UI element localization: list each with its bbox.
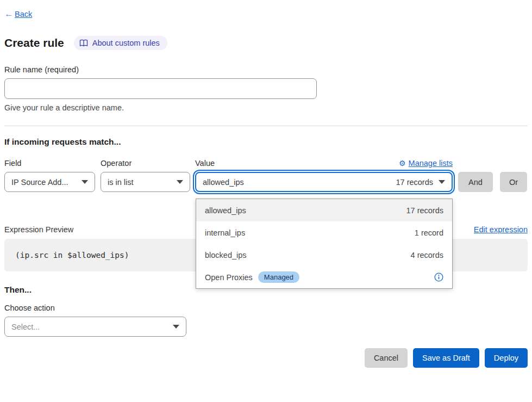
operator-select[interactable]: is in list <box>101 172 190 192</box>
back-link[interactable]: ← Back <box>4 9 528 20</box>
list-item-name: allowed_ips <box>205 206 246 215</box>
list-item-allowed-ips[interactable]: allowed_ips 17 records <box>196 199 452 221</box>
list-item-blocked-ips[interactable]: blocked_ips 4 records <box>196 244 452 266</box>
rule-name-input[interactable] <box>4 78 317 99</box>
edit-expression-link[interactable]: Edit expression <box>474 225 528 234</box>
value-select-value: allowed_ips <box>203 178 244 187</box>
list-item-internal-ips[interactable]: internal_ips 1 record <box>196 221 452 244</box>
cancel-button[interactable]: Cancel <box>365 348 408 368</box>
list-item-count: 1 record <box>415 228 443 237</box>
value-label: Value <box>195 159 215 168</box>
and-button[interactable]: And <box>458 172 493 192</box>
action-select-placeholder: Select... <box>11 323 40 331</box>
create-rule-page: ← Back Create rule About custom rules Ru… <box>0 0 532 402</box>
chevron-down-icon <box>82 180 88 184</box>
back-link-label[interactable]: Back <box>15 10 32 18</box>
managed-badge: Managed <box>258 271 299 283</box>
deploy-button[interactable]: Deploy <box>485 348 528 368</box>
list-item-name: internal_ips <box>205 228 245 237</box>
back-arrow-icon: ← <box>4 9 14 20</box>
chevron-down-icon <box>177 180 183 184</box>
rule-name-label: Rule name (required) <box>4 65 528 74</box>
book-icon <box>79 39 88 47</box>
footer-actions: Cancel Save as Draft Deploy <box>4 348 528 368</box>
expression-preview-label: Expression Preview <box>4 225 73 234</box>
operator-select-value: is in list <box>108 178 134 187</box>
field-label: Field <box>4 159 95 168</box>
manage-lists-link[interactable]: ⚙ Manage lists <box>399 159 453 168</box>
expression-code-text: (ip.src in $allowed_ips) <box>15 251 129 259</box>
rule-name-helper-text: Give your rule a descriptive name. <box>4 103 528 112</box>
section-divider <box>4 126 528 126</box>
value-select[interactable]: allowed_ips 17 records <box>195 172 453 192</box>
list-item-count: 17 records <box>406 206 443 215</box>
action-select[interactable]: Select... <box>4 317 186 337</box>
list-item-count: 4 records <box>411 251 443 259</box>
manage-lists-label[interactable]: Manage lists <box>409 159 453 168</box>
chevron-down-icon <box>439 180 445 184</box>
value-dropdown-menu: allowed_ips 17 records internal_ips 1 re… <box>196 199 453 289</box>
list-item-open-proxies[interactable]: Open Proxies Managed <box>196 266 452 288</box>
gear-icon: ⚙ <box>399 159 406 168</box>
operator-label: Operator <box>101 159 190 168</box>
save-as-draft-button[interactable]: Save as Draft <box>413 348 479 368</box>
match-section-heading: If incoming requests match... <box>4 137 528 147</box>
chevron-down-icon <box>173 325 179 329</box>
list-item-name: Open Proxies <box>205 273 253 282</box>
info-icon[interactable] <box>434 273 443 282</box>
about-custom-rules-label: About custom rules <box>92 39 160 47</box>
expression-builder-row: Field IP Source Add... Operator is in li… <box>4 159 528 192</box>
list-item-name: blocked_ips <box>205 251 247 259</box>
page-title: Create rule <box>4 36 64 50</box>
value-select-count: 17 records <box>396 178 433 187</box>
or-button[interactable]: Or <box>500 172 527 192</box>
field-select-value: IP Source Add... <box>11 178 68 187</box>
field-select[interactable]: IP Source Add... <box>4 172 95 192</box>
about-custom-rules-link[interactable]: About custom rules <box>74 36 167 50</box>
choose-action-label: Choose action <box>4 304 528 312</box>
